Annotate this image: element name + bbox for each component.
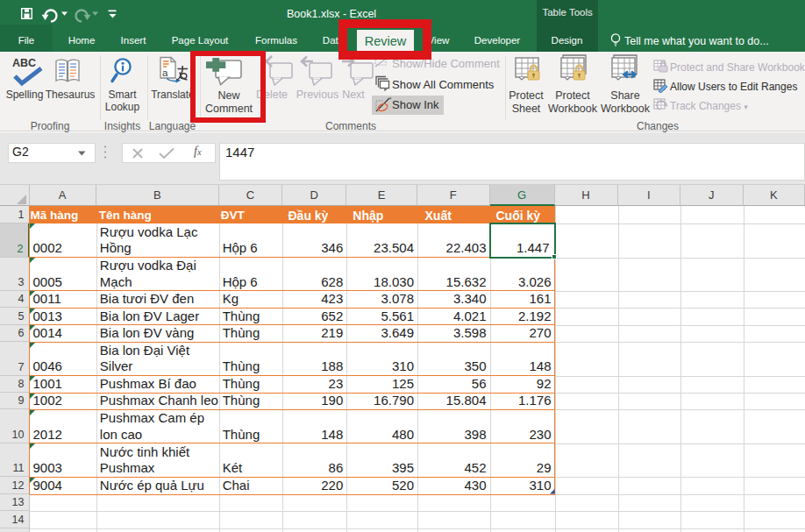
svg-text:ABC: ABC bbox=[12, 57, 36, 69]
svg-text:a: a bbox=[162, 67, 168, 78]
